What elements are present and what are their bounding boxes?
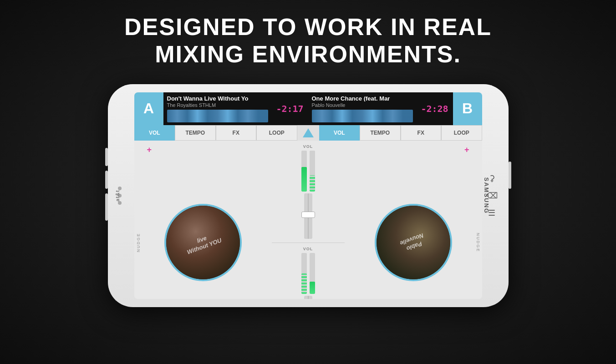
vu-fill-1: [301, 167, 307, 192]
fader-knob-left[interactable]: [301, 212, 315, 218]
turntable-left-label: liveWithout YOU: [183, 230, 223, 256]
deck-b-time: -2:28: [417, 92, 453, 125]
vu-track-2: [310, 151, 315, 192]
headline-line2: MIXING ENVIRONMENTS.: [124, 41, 492, 68]
deck-b-waveform: [312, 110, 413, 122]
dj-app: A Don't Wanna Live Without Yo The Royalt…: [134, 92, 482, 299]
vol-label-right: VOL: [303, 247, 313, 251]
deck-a-track-info: Don't Wanna Live Without Yo The Royaltie…: [163, 92, 272, 125]
vol-label-left: VOL: [303, 144, 313, 149]
logo-triangle-icon: [303, 128, 314, 137]
tab-a-tempo[interactable]: TEMPO: [175, 125, 216, 141]
tab-a-loop[interactable]: LOOP: [256, 125, 297, 141]
menu-icon: ☰: [488, 208, 495, 218]
phone: at&t SAMSUNG ⚳ ⌫ ☰ A Don't Wanna Live Wi…: [103, 77, 513, 314]
deck-left: NUDGE + liveWithout YOU −: [134, 141, 272, 299]
headphone-icon: ⚳: [489, 173, 495, 183]
deck-b-badge: B: [453, 92, 482, 125]
turntable-left-image: liveWithout YOU: [166, 206, 240, 279]
vu-meters-right: [301, 253, 315, 294]
volume-down-button[interactable]: [105, 171, 108, 189]
deck-b-artist: Pablo Nouvelle: [312, 102, 413, 108]
volume-up-button[interactable]: [105, 148, 108, 166]
turntable-right[interactable]: PabloNouvelle: [375, 204, 452, 281]
side-button-right[interactable]: [509, 162, 511, 189]
tab-a-vol[interactable]: VOL: [134, 125, 175, 141]
tab-b-tempo[interactable]: TEMPO: [360, 125, 401, 141]
right-side-icons: ⚳ ⌫ ☰: [486, 173, 498, 218]
plus-left[interactable]: +: [147, 145, 152, 155]
vu-track-4: [310, 253, 315, 294]
deck-b-track-info: One More Chance (feat. Mar Pablo Nouvell…: [308, 92, 417, 125]
deck-a-artist: The Royalties STHLM: [167, 102, 268, 108]
fader-left[interactable]: [304, 193, 312, 239]
plus-right[interactable]: +: [464, 145, 469, 155]
carrier-label: at&t: [114, 190, 120, 201]
turntable-left[interactable]: liveWithout YOU: [164, 204, 242, 281]
deck-area: NUDGE + liveWithout YOU − VOL: [134, 141, 482, 299]
vu-fill-3: [301, 273, 307, 294]
turntable-right-label: PabloNouvelle: [399, 232, 428, 253]
nudge-label-left: NUDGE: [136, 233, 141, 253]
deck-a-title: Don't Wanna Live Without Yo: [167, 95, 268, 102]
vu-track-1: [301, 151, 307, 192]
turntable-right-image: PabloNouvelle: [377, 206, 450, 279]
screen: A Don't Wanna Live Without Yo The Royalt…: [134, 92, 482, 299]
headline-line1: DESIGNED TO WORK IN REAL: [124, 14, 492, 41]
fader-right[interactable]: [304, 296, 312, 299]
app-logo: [297, 125, 319, 141]
deck-a-badge: A: [134, 92, 163, 125]
deck-a-waveform: [167, 110, 268, 122]
headline: DESIGNED TO WORK IN REAL MIXING ENVIRONM…: [124, 14, 492, 68]
tab-b-vol[interactable]: VOL: [319, 125, 360, 141]
vu-fill-4: [310, 282, 315, 294]
tab-row: VOL TEMPO FX LOOP VOL TEMPO FX LOOP: [134, 125, 482, 141]
tab-b-loop[interactable]: LOOP: [441, 125, 482, 141]
vu-track-3: [301, 253, 307, 294]
center-mixer: VOL VOL: [272, 141, 345, 299]
deck-a-time: -2:17: [272, 92, 308, 125]
back-icon: ⌫: [486, 191, 498, 201]
nudge-label-right: NUDGE: [476, 233, 480, 253]
tab-b-fx[interactable]: FX: [401, 125, 442, 141]
deck-right: + PabloNouvelle − NUDGE: [345, 141, 482, 299]
vu-fill-2: [310, 175, 315, 192]
track-row: A Don't Wanna Live Without Yo The Royalt…: [134, 92, 482, 125]
vu-meters-left: [301, 151, 315, 192]
deck-b-title: One More Chance (feat. Mar: [312, 95, 413, 102]
phone-body: at&t SAMSUNG ⚳ ⌫ ☰ A Don't Wanna Live Wi…: [108, 84, 509, 307]
tab-a-fx[interactable]: FX: [216, 125, 257, 141]
power-button[interactable]: [105, 193, 108, 221]
